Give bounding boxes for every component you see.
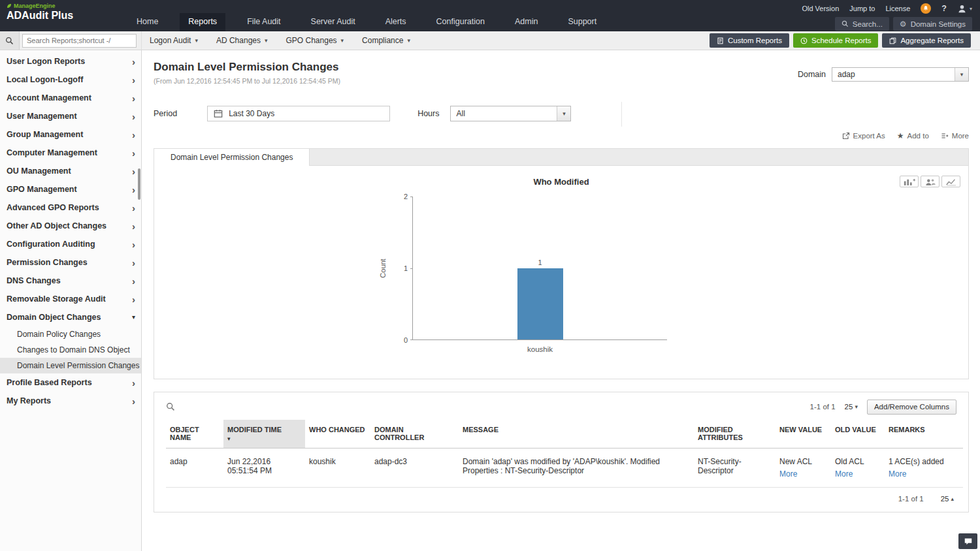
export-icon	[842, 132, 850, 140]
col-message[interactable]: MESSAGE	[459, 420, 694, 449]
page-size-select-bottom[interactable]: 25▴	[941, 495, 954, 503]
domain-settings-button[interactable]: ⚙ Domain Settings	[893, 17, 972, 31]
more-button[interactable]: More	[941, 132, 969, 140]
nav-home[interactable]: Home	[128, 13, 167, 31]
nav-reports[interactable]: Reports	[180, 13, 225, 31]
sidebar-item-ou-management[interactable]: OU Management›	[0, 162, 141, 180]
sidebar-item-removable-storage-audit[interactable]: Removable Storage Audit›	[0, 290, 141, 308]
nav-configuration[interactable]: Configuration	[428, 13, 493, 31]
period-picker[interactable]: Last 30 Days	[207, 106, 390, 121]
gear-icon: ⚙	[900, 20, 907, 28]
remarks-more-link[interactable]: More	[889, 469, 906, 479]
sidebar-item-domain-object-changes[interactable]: Domain Object Changes▾	[0, 308, 141, 326]
old-version-link[interactable]: Old Version	[802, 5, 839, 12]
table-search-icon[interactable]	[166, 402, 175, 411]
sidebar-item-computer-management[interactable]: Computer Management›	[0, 144, 141, 162]
help-icon[interactable]: ?	[941, 4, 947, 13]
nav-admin[interactable]: Admin	[506, 13, 546, 31]
menu-compliance[interactable]: Compliance▾	[362, 36, 410, 45]
col-old-value[interactable]: OLD VALUE	[831, 420, 885, 449]
sidebar-item-dns-changes[interactable]: DNS Changes›	[0, 272, 141, 290]
app-logo[interactable]: ManageEngine ADAudit Plus	[0, 0, 128, 31]
nav-support[interactable]: Support	[559, 13, 605, 31]
col-domain-controller[interactable]: DOMAIN CONTROLLER	[370, 420, 459, 449]
user-menu[interactable]: ▾	[957, 4, 972, 14]
top-navigation-bar: ManageEngine ADAudit Plus Home Reports F…	[0, 0, 980, 31]
search-button[interactable]	[0, 31, 20, 50]
sidebar-item-permission-changes[interactable]: Permission Changes›	[0, 253, 141, 272]
aggregate-reports-button[interactable]: Aggregate Reports	[882, 33, 971, 48]
menu-gpo-changes[interactable]: GPO Changes▾	[286, 36, 344, 45]
schedule-reports-button[interactable]: Schedule Reports	[793, 33, 878, 48]
menu-ad-changes[interactable]: AD Changes▾	[216, 36, 268, 45]
report-date-range: (From Jun 12,2016 12:54:45 PM to Jul 12,…	[154, 77, 340, 85]
chevron-right-icon: ›	[132, 396, 135, 406]
menu-logon-audit[interactable]: Logon Audit▾	[150, 36, 198, 45]
cell-message: Domain 'adap' was modified by 'ADAP\kous…	[459, 449, 694, 488]
chevron-down-icon: ▾	[195, 37, 198, 44]
line-chart-icon[interactable]	[941, 176, 960, 187]
company-name: ManageEngine	[14, 3, 56, 9]
old-value-more-link[interactable]: More	[835, 469, 853, 479]
add-remove-columns-button[interactable]: Add/Remove Columns	[867, 400, 956, 415]
jump-to-link[interactable]: Jump to	[849, 5, 875, 12]
sidebar-item-my-reports[interactable]: My Reports›	[0, 392, 141, 410]
custom-reports-button[interactable]: Custom Reports	[710, 33, 789, 48]
sidebar-subitem-changes-to-domain-dns-object[interactable]: Changes to Domain DNS Object	[0, 342, 141, 358]
chevron-right-icon: ›	[132, 112, 135, 121]
domain-select[interactable]: adap ▾	[832, 67, 969, 82]
sidebar-item-gpo-management[interactable]: GPO Management›	[0, 180, 141, 198]
col-modified-time[interactable]: MODIFIED TIME▾	[223, 420, 305, 449]
tab-domain-level-permission-changes[interactable]: Domain Level Permission Changes	[154, 149, 310, 166]
topbar-right: Old Version Jump to License ? ▾ Search..…	[802, 3, 972, 31]
col-new-value[interactable]: NEW VALUE	[776, 420, 831, 449]
nav-server-audit[interactable]: Server Audit	[302, 13, 364, 31]
hours-select[interactable]: All ▾	[450, 106, 571, 121]
reports-toolbar: Logon Audit▾ AD Changes▾ GPO Changes▾ Co…	[0, 31, 980, 50]
chevron-right-icon: ›	[132, 203, 135, 213]
sidebar-item-group-management[interactable]: Group Management›	[0, 125, 141, 144]
chevron-down-icon: ▾	[341, 37, 344, 44]
sidebar-item-advanced-gpo-reports[interactable]: Advanced GPO Reports›	[0, 198, 141, 217]
calendar-icon	[208, 109, 229, 118]
feedback-chat-button[interactable]	[958, 533, 977, 549]
sidebar-item-user-management[interactable]: User Management›	[0, 107, 141, 125]
sidebar-scrollbar[interactable]	[138, 168, 140, 200]
col-who-changed[interactable]: WHO CHANGED	[305, 420, 370, 449]
chevron-right-icon: ›	[132, 57, 135, 67]
sidebar-subitem-domain-level-permission-changes[interactable]: Domain Level Permission Changes	[0, 358, 141, 373]
cell-old-value: Old ACLMore	[831, 449, 885, 488]
col-modified-attributes[interactable]: MODIFIED ATTRIBUTES	[694, 420, 776, 449]
chevron-down-icon: ▾	[132, 314, 135, 321]
y-axis-label: Count	[379, 259, 387, 277]
bar-chart-icon[interactable]	[900, 176, 919, 187]
sidebar-item-other-ad-object-changes[interactable]: Other AD Object Changes›	[0, 217, 141, 235]
report-category-menus: Logon Audit▾ AD Changes▾ GPO Changes▾ Co…	[150, 36, 410, 45]
cell-modified-time: Jun 22,2016 05:51:54 PM	[223, 449, 305, 488]
license-link[interactable]: License	[885, 5, 910, 12]
add-to-button[interactable]: ★ Add to	[897, 132, 929, 140]
sidebar-item-account-management[interactable]: Account Management›	[0, 89, 141, 107]
sidebar-item-profile-based-reports[interactable]: Profile Based Reports›	[0, 373, 141, 392]
report-search-input[interactable]	[22, 34, 137, 48]
chevron-right-icon: ›	[132, 258, 135, 268]
results-table-panel: 1-1 of 1 25▾ Add/Remove Columns OBJECT N…	[154, 392, 969, 512]
col-remarks[interactable]: REMARKS	[885, 420, 963, 449]
nav-file-audit[interactable]: File Audit	[238, 13, 289, 31]
sidebar-subitem-domain-policy-changes[interactable]: Domain Policy Changes	[0, 326, 141, 342]
bar-koushik[interactable]	[517, 268, 563, 340]
chevron-right-icon: ›	[132, 130, 135, 140]
col-object-name[interactable]: OBJECT NAME	[166, 420, 223, 449]
export-as-button[interactable]: Export As	[842, 132, 885, 140]
sidebar-item-configuration-auditing[interactable]: Configuration Auditing›	[0, 235, 141, 253]
chart-panel: Who Modified Count 2 1 0	[154, 166, 969, 379]
sidebar-item-user-logon-reports[interactable]: User Logon Reports›	[0, 52, 141, 71]
global-search-button[interactable]: Search...	[835, 17, 889, 31]
nav-alerts[interactable]: Alerts	[377, 13, 415, 31]
sidebar-item-local-logon-logoff[interactable]: Local Logon-Logoff›	[0, 71, 141, 89]
sort-desc-icon: ▾	[227, 435, 301, 442]
notifications-bell-icon[interactable]	[921, 3, 931, 14]
new-value-more-link[interactable]: More	[779, 469, 797, 479]
users-chart-icon[interactable]	[921, 176, 939, 187]
page-size-select[interactable]: 25▾	[845, 403, 858, 411]
